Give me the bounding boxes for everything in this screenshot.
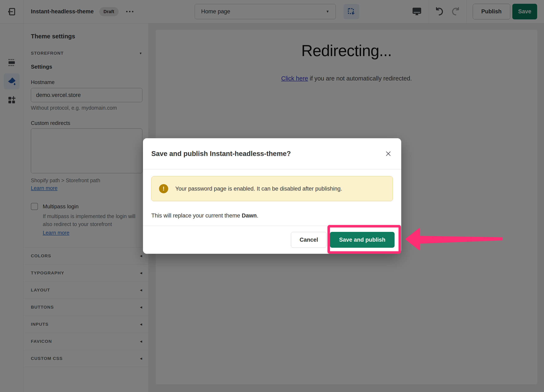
modal-body-prefix: This will replace your current theme — [151, 213, 242, 219]
modal-header: Save and publish Instant-headless-theme? — [143, 138, 401, 169]
current-theme-name: Dawn — [242, 213, 257, 219]
shopify-theme-editor: Instant-headless-theme Draft Home page ▼ — [0, 0, 544, 392]
close-modal-button[interactable] — [384, 149, 393, 158]
modal-body-suffix: . — [257, 213, 259, 219]
close-icon — [385, 150, 392, 157]
cancel-button[interactable]: Cancel — [291, 232, 327, 248]
highlight-arrow — [404, 226, 503, 254]
highlight-rectangle — [327, 225, 401, 254]
warning-icon: ! — [159, 184, 168, 193]
password-warning-banner: ! Your password page is enabled. It can … — [151, 176, 393, 201]
modal-body-text: This will replace your current theme Daw… — [151, 213, 393, 219]
warning-text: Your password page is enabled. It can be… — [175, 186, 342, 192]
modal-title: Save and publish Instant-headless-theme? — [151, 150, 291, 158]
